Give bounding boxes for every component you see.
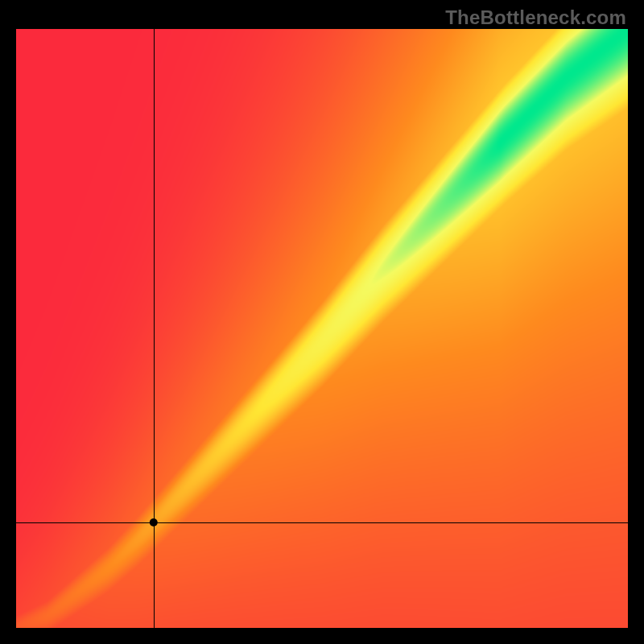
crosshair-overlay [16, 29, 628, 628]
chart-frame: TheBottleneck.com [0, 0, 644, 644]
watermark-text: TheBottleneck.com [445, 6, 626, 29]
heatmap-plot [16, 29, 628, 628]
